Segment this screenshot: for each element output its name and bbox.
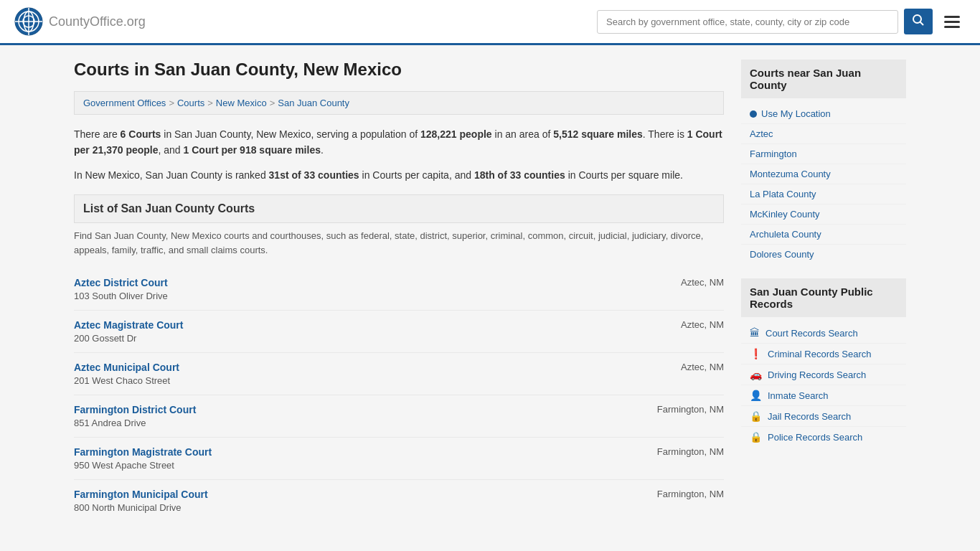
- court-item: Farmington Magistrate Court 950 West Apa…: [74, 438, 724, 480]
- court-item: Aztec Municipal Court 201 West Chaco Str…: [74, 353, 724, 395]
- content-area: Courts in San Juan County, New Mexico Go…: [74, 60, 724, 522]
- menu-button[interactable]: [938, 13, 966, 31]
- public-records-icon: 🏛: [750, 327, 760, 339]
- rank-1: 31st of 33 counties: [269, 169, 359, 181]
- description-para-2: In New Mexico, San Juan County is ranked…: [74, 167, 724, 183]
- svg-line-7: [920, 22, 924, 26]
- main-container: Courts in San Juan County, New Mexico Go…: [60, 45, 920, 536]
- court-city: Aztec, NM: [623, 319, 724, 330]
- court-address: 201 West Chaco Street: [74, 375, 170, 386]
- court-name[interactable]: Aztec Magistrate Court: [74, 319, 623, 331]
- public-records-label: Court Records Search: [765, 328, 858, 339]
- public-records-icon: ❗: [750, 348, 762, 359]
- public-records-icon: 🔒: [750, 431, 762, 443]
- sidebar-nearby-section: Courts near San Juan County Use My Locat…: [741, 60, 906, 264]
- nearby-link[interactable]: McKinley County: [741, 204, 906, 225]
- court-address: 103 South Oliver Drive: [74, 291, 168, 301]
- breadcrumb-courts[interactable]: Courts: [177, 98, 204, 108]
- courts-list: Aztec District Court 103 South Oliver Dr…: [74, 268, 724, 522]
- nearby-link[interactable]: Aztec: [741, 124, 906, 144]
- breadcrumb-sep-1: >: [169, 98, 174, 108]
- nearby-links: AztecFarmingtonMontezuma CountyLa Plata …: [741, 124, 906, 264]
- court-city: Farmington, NM: [623, 446, 724, 457]
- breadcrumb-sep-2: >: [207, 98, 213, 108]
- public-records-icon: 🔒: [750, 410, 762, 422]
- public-records-icon: 🚗: [750, 369, 762, 380]
- population: 128,221 people: [420, 128, 492, 140]
- logo-area: CountyOffice.org: [14, 7, 146, 36]
- sidebar-public-records-section: San Juan County Public Records 🏛Court Re…: [741, 278, 906, 447]
- court-item: Farmington District Court 851 Andrea Dri…: [74, 395, 724, 438]
- search-icon: [913, 14, 924, 26]
- public-records-link[interactable]: ❗Criminal Records Search: [741, 344, 906, 364]
- court-address: 851 Andrea Drive: [74, 418, 146, 428]
- nearby-link[interactable]: Archuleta County: [741, 225, 906, 245]
- court-info: Aztec Municipal Court 201 West Chaco Str…: [74, 362, 623, 386]
- public-records-label: Driving Records Search: [768, 369, 866, 380]
- court-address: 950 West Apache Street: [74, 460, 174, 471]
- site-header: CountyOffice.org: [0, 0, 980, 45]
- court-info: Farmington Magistrate Court 950 West Apa…: [74, 446, 623, 471]
- public-records-link[interactable]: 🚗Driving Records Search: [741, 364, 906, 385]
- court-info: Aztec District Court 103 South Oliver Dr…: [74, 277, 623, 301]
- use-my-location-link[interactable]: Use My Location: [741, 104, 906, 124]
- court-item: Aztec District Court 103 South Oliver Dr…: [74, 268, 724, 311]
- area: 5,512 square miles: [553, 128, 643, 140]
- svg-point-6: [913, 15, 921, 23]
- breadcrumb-new-mexico[interactable]: New Mexico: [216, 98, 267, 108]
- nearby-link[interactable]: Montezuma County: [741, 164, 906, 184]
- public-records-label: Inmate Search: [768, 390, 829, 401]
- hamburger-icon: [944, 16, 960, 28]
- logo-icon: [14, 7, 43, 36]
- courts-description: Find San Juan County, New Mexico courts …: [74, 229, 724, 257]
- public-records-link[interactable]: 🔒Police Records Search: [741, 427, 906, 447]
- court-city: Aztec, NM: [623, 277, 724, 288]
- court-count: 6 Courts: [121, 128, 161, 140]
- court-info: Aztec Magistrate Court 200 Gossett Dr: [74, 319, 623, 344]
- breadcrumb-government-offices[interactable]: Government Offices: [83, 98, 166, 108]
- list-section-heading: List of San Juan County Courts: [74, 194, 724, 223]
- nearby-link[interactable]: La Plata County: [741, 184, 906, 204]
- public-records-label: Police Records Search: [768, 432, 862, 443]
- use-my-location-label: Use My Location: [761, 108, 831, 119]
- sidebar-public-records-title: San Juan County Public Records: [741, 278, 906, 317]
- rank-2: 18th of 33 counties: [474, 169, 565, 181]
- court-name[interactable]: Aztec Municipal Court: [74, 362, 623, 373]
- page-title: Courts in San Juan County, New Mexico: [74, 60, 724, 80]
- logo-text: CountyOffice.org: [49, 14, 146, 29]
- sidebar: Courts near San Juan County Use My Locat…: [741, 60, 906, 522]
- court-item: Farmington Municipal Court 800 North Mun…: [74, 480, 724, 522]
- court-city: Farmington, NM: [623, 489, 724, 499]
- court-name[interactable]: Farmington Magistrate Court: [74, 446, 623, 458]
- public-records-link[interactable]: 👤Inmate Search: [741, 385, 906, 406]
- court-info: Farmington Municipal Court 800 North Mun…: [74, 489, 623, 513]
- court-name[interactable]: Farmington District Court: [74, 404, 623, 415]
- nearby-link[interactable]: Farmington: [741, 144, 906, 164]
- nearby-link[interactable]: Dolores County: [741, 245, 906, 264]
- search-button[interactable]: [904, 9, 933, 34]
- description-para-1: There are 6 Courts in San Juan County, N…: [74, 126, 724, 159]
- court-info: Farmington District Court 851 Andrea Dri…: [74, 404, 623, 428]
- breadcrumb: Government Offices > Courts > New Mexico…: [74, 91, 724, 115]
- public-records-label: Criminal Records Search: [768, 349, 872, 359]
- public-records-icon: 👤: [750, 390, 762, 401]
- court-address: 200 Gossett Dr: [74, 333, 136, 344]
- court-name[interactable]: Farmington Municipal Court: [74, 489, 623, 500]
- public-records-link[interactable]: 🏛Court Records Search: [741, 323, 906, 344]
- court-item: Aztec Magistrate Court 200 Gossett Dr Az…: [74, 311, 724, 353]
- court-city: Aztec, NM: [623, 362, 724, 372]
- per-sqmi: 1 Court per 918 square miles: [184, 144, 321, 156]
- public-records-link[interactable]: 🔒Jail Records Search: [741, 406, 906, 427]
- court-name[interactable]: Aztec District Court: [74, 277, 623, 288]
- public-records-links: 🏛Court Records Search❗Criminal Records S…: [741, 323, 906, 447]
- search-area: [597, 9, 966, 34]
- breadcrumb-san-juan-county[interactable]: San Juan County: [278, 98, 349, 108]
- location-icon: [750, 110, 757, 118]
- sidebar-nearby-title: Courts near San Juan County: [741, 60, 906, 98]
- court-city: Farmington, NM: [623, 404, 724, 415]
- public-records-label: Jail Records Search: [768, 411, 851, 422]
- search-input[interactable]: [597, 10, 898, 34]
- court-address: 800 North Municipal Drive: [74, 502, 182, 513]
- breadcrumb-sep-3: >: [270, 98, 275, 108]
